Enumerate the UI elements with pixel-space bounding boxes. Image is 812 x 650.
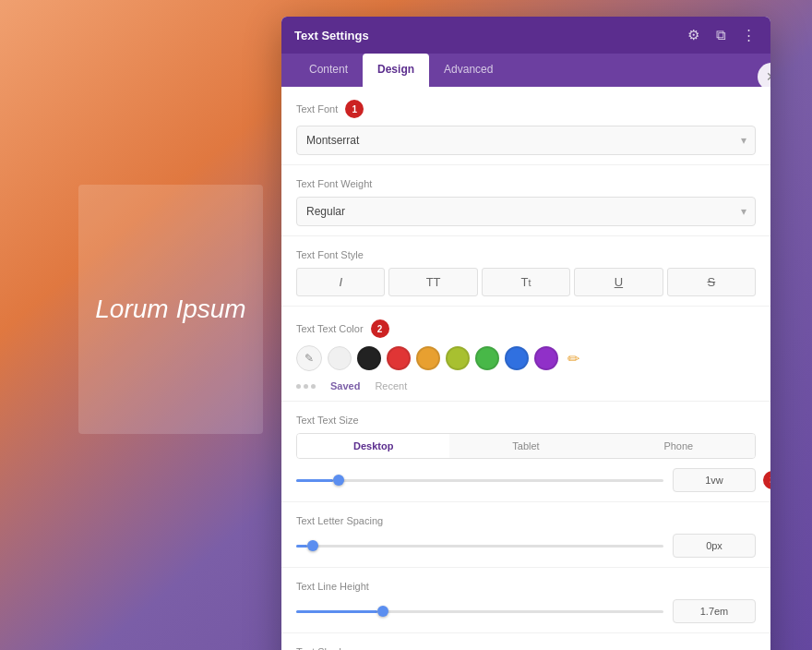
badge-2: 2: [371, 319, 389, 338]
size-slider-thumb[interactable]: [333, 475, 344, 486]
text-color-label: Text Text Color: [296, 323, 364, 334]
letter-spacing-thumb[interactable]: [307, 540, 318, 551]
text-font-label: Text Font: [296, 103, 338, 114]
canvas-text: Lorum Ipsum: [95, 295, 245, 324]
size-value-input[interactable]: [673, 468, 756, 492]
color-blue[interactable]: [505, 346, 529, 370]
saved-link[interactable]: Saved: [330, 380, 360, 391]
text-font-section: Text Font 1 Montserrat Arial Georgia ▾: [281, 87, 770, 165]
style-underline-button[interactable]: U: [574, 268, 663, 296]
tab-design[interactable]: Design: [363, 54, 429, 87]
line-height-track: [296, 610, 663, 613]
line-height-section: Text Line Height: [281, 568, 770, 633]
color-red[interactable]: [387, 346, 411, 370]
font-style-label: Text Font Style: [296, 249, 756, 260]
line-height-thumb[interactable]: [377, 606, 388, 617]
font-style-section: Text Font Style I TT Tt U S: [281, 236, 770, 307]
text-size-section: Text Text Size Desktop Tablet Phone 3: [281, 402, 770, 502]
font-weight-select[interactable]: Regular Bold Light: [296, 197, 756, 226]
device-desktop[interactable]: Desktop: [297, 434, 449, 458]
color-white[interactable]: [328, 346, 352, 370]
tab-content[interactable]: Content: [294, 54, 363, 87]
tab-bar: Content Design Advanced: [281, 54, 770, 87]
size-slider-fill: [296, 479, 333, 482]
line-height-label: Text Line Height: [296, 581, 756, 592]
color-yellow-green[interactable]: [446, 346, 470, 370]
color-row: ✎ ✏: [296, 345, 756, 371]
letter-spacing-slider-row: [296, 534, 756, 558]
line-height-slider-row: [296, 599, 756, 623]
text-shadow-section: Text Shadow ⊘ aA aA aA aA aA: [281, 633, 770, 650]
tab-advanced[interactable]: Advanced: [429, 54, 508, 87]
color-pencil-icon[interactable]: ✏: [567, 350, 579, 367]
color-footer-dots: [296, 380, 316, 391]
panel-header-icons: ⚙ ⧉ ⋮: [684, 26, 758, 44]
letter-spacing-slider-container[interactable]: [296, 536, 663, 555]
line-height-input[interactable]: [673, 599, 756, 623]
panel-body: Text Font 1 Montserrat Arial Georgia ▾ T…: [281, 87, 770, 650]
letter-spacing-input[interactable]: [673, 534, 756, 558]
panel-header: Text Settings ⚙ ⧉ ⋮: [281, 17, 770, 54]
style-italic-button[interactable]: I: [296, 268, 385, 296]
letter-spacing-section: Text Letter Spacing: [281, 502, 770, 568]
badge-1: 1: [345, 100, 364, 118]
font-style-buttons: I TT Tt U S: [296, 268, 756, 296]
color-black[interactable]: [357, 346, 381, 370]
settings-panel: Text Settings ⚙ ⧉ ⋮ Content Design Advan…: [281, 17, 770, 650]
letter-spacing-track: [296, 545, 663, 548]
font-weight-select-wrapper: Regular Bold Light ▾: [296, 197, 756, 226]
font-weight-label: Text Font Weight: [296, 178, 756, 189]
color-footer: Saved Recent: [296, 377, 756, 391]
text-shadow-label: Text Shadow: [296, 646, 756, 650]
font-weight-section: Text Font Weight Regular Bold Light ▾: [281, 165, 770, 236]
style-strikethrough-button[interactable]: S: [667, 268, 756, 296]
text-size-label: Text Text Size: [296, 415, 359, 426]
badge-3: 3: [763, 471, 770, 489]
copy-icon[interactable]: ⧉: [711, 26, 730, 44]
letter-spacing-fill: [296, 545, 307, 548]
line-height-slider-container[interactable]: [296, 602, 663, 620]
device-phone[interactable]: Phone: [603, 434, 755, 458]
line-height-fill: [296, 610, 377, 613]
color-orange[interactable]: [416, 346, 440, 370]
canvas-area: Lorum Ipsum: [78, 185, 263, 434]
style-uppercase-button[interactable]: TT: [388, 268, 477, 296]
panel-title: Text Settings: [294, 29, 369, 42]
more-icon[interactable]: ⋮: [739, 26, 758, 44]
color-purple[interactable]: [534, 346, 558, 370]
text-color-section: Text Text Color 2 ✎ ✏: [281, 307, 770, 402]
recent-link[interactable]: Recent: [375, 380, 407, 391]
size-slider-row: 3: [296, 468, 756, 492]
device-tablet[interactable]: Tablet: [449, 434, 602, 458]
style-capitalize-button[interactable]: Tt: [482, 268, 570, 296]
color-green[interactable]: [475, 346, 499, 370]
size-slider-track: [296, 479, 663, 482]
size-slider-container[interactable]: [296, 471, 663, 489]
font-select-wrapper: Montserrat Arial Georgia ▾: [296, 126, 756, 155]
settings-icon[interactable]: ⚙: [684, 26, 702, 44]
device-tabs: Desktop Tablet Phone: [296, 433, 756, 459]
letter-spacing-label: Text Letter Spacing: [296, 515, 756, 526]
font-select[interactable]: Montserrat Arial Georgia: [296, 126, 756, 155]
eyedropper-button[interactable]: ✎: [296, 345, 322, 371]
